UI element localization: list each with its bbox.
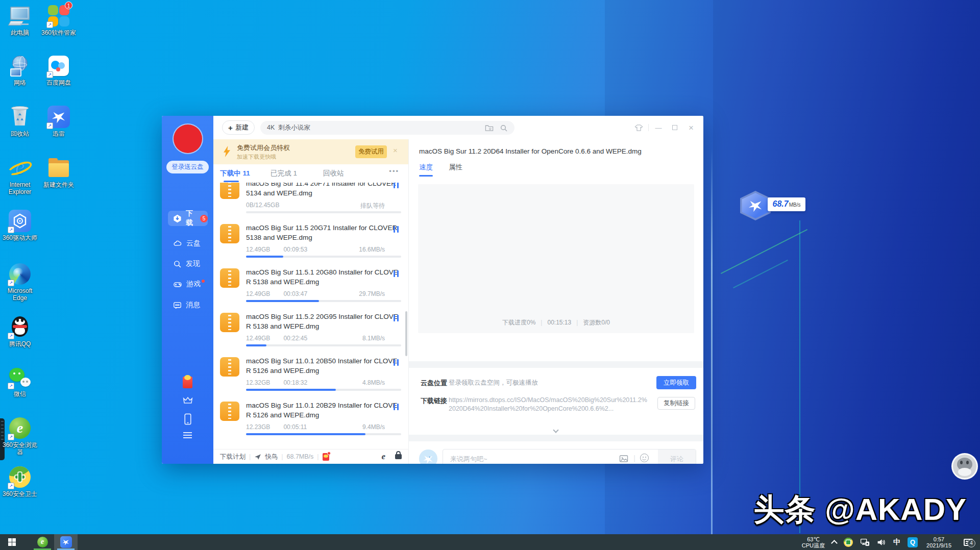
copy-link-button[interactable]: 复制链接 <box>657 397 695 410</box>
start-button[interactable] <box>0 534 23 550</box>
volume-icon[interactable] <box>873 534 890 550</box>
comment-submit-button[interactable]: 评论 <box>658 449 696 464</box>
internet-explorer-icon: e <box>8 156 32 180</box>
ime-indicator[interactable]: 中 <box>890 534 904 550</box>
icon-label: 新建文件夹 <box>40 181 78 188</box>
claim-now-button[interactable]: 立即领取 <box>656 376 696 389</box>
scrollbar-thumb[interactable] <box>405 311 407 356</box>
taskbar-item-360-browser[interactable]: e <box>31 534 54 550</box>
pause-button[interactable] <box>393 226 399 233</box>
xunlei-window: 登录送云盘 下载 5 云盘 发现 游戏 消息 <box>162 116 703 464</box>
user-avatar[interactable] <box>174 124 202 153</box>
more-menu-icon[interactable]: ••• <box>389 167 399 175</box>
tab-properties[interactable]: 属性 <box>449 163 462 172</box>
gamepad-icon <box>173 280 182 289</box>
vip-promo-banner: 免费试用会员特权 加速下载更快哦 免费试用 × <box>213 139 408 164</box>
shortcut-arrow-icon: ↗ <box>8 227 14 233</box>
download-item[interactable]: macOS Big Sur 11.0.1 20B29 Installer for… <box>213 397 408 442</box>
float-speed-readout[interactable]: 68.7 MB/s <box>768 197 805 211</box>
desktop-icon-360-browser[interactable]: e↗ 360安全浏览器 <box>1 416 39 456</box>
desktop-icon-360-software-manager[interactable]: ↗ 1 360软件管家 <box>40 4 78 36</box>
download-item[interactable]: macOS Big Sur 11.5 20G71 Installer for C… <box>213 220 408 264</box>
desktop-icon-xunlei[interactable]: ↗ 迅雷 <box>40 105 78 137</box>
tray-qq-icon[interactable]: Q <box>904 534 921 550</box>
free-trial-button[interactable]: 免费试用 <box>355 145 387 158</box>
time-left: 00:18:32 <box>283 379 307 386</box>
download-item[interactable]: macOS Big Sur 11.0.1 20B50 Installer for… <box>213 353 408 397</box>
pause-button[interactable] <box>393 270 399 277</box>
red-packet-icon[interactable] <box>162 377 213 388</box>
pause-button[interactable] <box>393 315 399 321</box>
qq-float-icon[interactable] <box>951 453 978 480</box>
banner-close-icon[interactable]: × <box>393 146 398 154</box>
lock-icon[interactable] <box>395 454 402 459</box>
pause-button[interactable] <box>393 404 399 410</box>
search-box[interactable] <box>260 121 514 135</box>
maximize-button[interactable] <box>667 120 683 135</box>
progress-bar <box>246 256 401 258</box>
progress-bar <box>246 344 401 346</box>
mobile-icon[interactable] <box>162 413 213 425</box>
tab-completed[interactable]: 已完成1 <box>271 169 297 178</box>
sidebar-item-games[interactable]: 游戏 <box>168 277 208 292</box>
pause-button[interactable] <box>393 359 399 366</box>
desktop-icon-new-folder[interactable]: 新建文件夹 <box>40 156 78 188</box>
desktop-icon-recycle-bin[interactable]: 回收站 <box>1 105 39 137</box>
red-packet-icon[interactable] <box>323 453 329 461</box>
search-input[interactable] <box>267 124 451 132</box>
ie-icon[interactable]: e <box>381 452 385 462</box>
desktop-icon-baidu-netdisk[interactable]: ↗ 百度网盘 <box>40 54 78 86</box>
desktop-icon-internet-explorer[interactable]: e Internet Explorer <box>1 156 39 195</box>
download-item[interactable]: macOS Big Sur 11.5.2 20G95 Installer for… <box>213 309 408 353</box>
tray-360-safe-icon[interactable] <box>840 534 856 550</box>
icon-label: 网络 <box>1 79 39 86</box>
kuainiao-link[interactable]: 快鸟 <box>265 453 278 461</box>
desktop-icon-microsoft-edge[interactable]: ↗ Microsoft Edge <box>1 262 39 302</box>
cpu-temp-readout[interactable]: 63℃ CPU温度 <box>798 534 828 550</box>
desktop-icon-tencent-qq[interactable]: ↗ 腾讯QQ <box>1 315 39 347</box>
pause-button[interactable] <box>393 183 399 188</box>
file-size: 12.49GB <box>246 246 270 253</box>
action-center-button[interactable]: 4 <box>957 534 980 550</box>
network-icon[interactable] <box>856 534 873 550</box>
sidebar-item-messages[interactable]: 消息 <box>168 297 208 313</box>
download-item[interactable]: macOS Big Sur 11.5.1 20G80 Installer for… <box>213 264 408 309</box>
tab-downloading[interactable]: 下载中11 <box>220 169 250 178</box>
sidebar-item-discover[interactable]: 发现 <box>168 256 208 271</box>
sidebar-item-download[interactable]: 下载 5 <box>168 211 208 226</box>
xunlei-icon <box>60 536 72 548</box>
sidebar-item-cloud[interactable]: 云盘 <box>168 236 208 251</box>
close-button[interactable]: × <box>683 120 699 135</box>
desktop-icon-360-driver-master[interactable]: ↗ 360驱动大师 <box>1 209 39 241</box>
taskbar-item-xunlei[interactable] <box>54 534 78 550</box>
file-name: macOS Big Sur 11.5.2 20G95 Installer for… <box>246 312 400 331</box>
search-icon[interactable] <box>500 124 508 132</box>
xunlei-icon: ↗ <box>47 105 70 129</box>
new-task-button[interactable]: + 新建 <box>222 120 255 135</box>
tray-expand-chevron[interactable] <box>828 534 840 550</box>
clock[interactable]: 0:57 2021/9/15 <box>921 534 957 550</box>
time-left: 00:09:53 <box>283 246 307 253</box>
menu-icon[interactable] <box>162 431 213 440</box>
collect-folder-icon[interactable] <box>485 124 494 132</box>
tab-speed[interactable]: 速度 <box>419 163 433 172</box>
download-item[interactable]: macOS Big Sur 11.4 20F71 Installer for C… <box>213 183 408 220</box>
download-link-url: https://mirrors.dtops.cc/ISO/MacOS/macOS… <box>449 396 650 413</box>
minimize-button[interactable]: — <box>650 120 667 135</box>
desktop-icon-this-pc[interactable]: 此电脑 <box>1 4 39 36</box>
tab-trash[interactable]: 回收站 <box>323 169 344 178</box>
chevron-down-icon[interactable] <box>553 427 559 433</box>
desktop-icon-wechat[interactable]: ↗ 微信 <box>1 365 39 397</box>
desktop-icon-network[interactable]: 网络 <box>1 54 39 86</box>
update-badge: 1 <box>65 2 72 9</box>
image-attach-icon[interactable] <box>619 455 628 463</box>
file-size: 12.32GB <box>246 379 270 386</box>
emoji-icon[interactable] <box>640 454 649 462</box>
comment-input[interactable] <box>450 449 593 464</box>
download-plan-link[interactable]: 下载计划 <box>220 453 246 461</box>
dmg-file-icon <box>220 357 239 377</box>
desktop-icon-360-safe-guard[interactable]: ↗ 360安全卫士 <box>1 465 39 497</box>
skin-icon[interactable] <box>630 120 647 135</box>
login-cloud-button[interactable]: 登录送云盘 <box>166 161 209 173</box>
vip-crown-icon[interactable] <box>162 395 213 405</box>
